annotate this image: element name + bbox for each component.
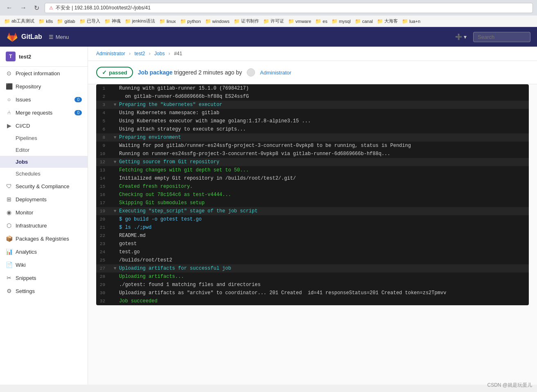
repository-icon: ⬛: [6, 83, 12, 90]
bookmark-gitlab[interactable]: 📁 gitlab: [57, 18, 75, 24]
bookmark-imported[interactable]: 📁 已导入: [79, 18, 100, 24]
breadcrumb-administrator[interactable]: Administrator: [96, 51, 125, 56]
expand-toggle[interactable]: ▼: [111, 158, 119, 166]
line-content: Running with gitlab-runner 15.1.0 (76984…: [119, 85, 529, 92]
breadcrumb-project[interactable]: test2: [134, 51, 145, 56]
line-number: 3: [96, 101, 111, 108]
log-line: 20$ go build -o gotest test.go: [96, 215, 529, 223]
infrastructure-icon: ⬡: [6, 222, 12, 229]
sidebar-item-cicd[interactable]: ▶ CI/CD: [0, 119, 88, 132]
bookmark-jenkins[interactable]: 📁 jenkins语法: [125, 18, 155, 24]
sidebar-item-issues[interactable]: ○ Issues 0: [0, 93, 88, 106]
line-number: 19: [96, 207, 111, 215]
sidebar-item-project-information[interactable]: ⊙ Project information: [0, 67, 88, 80]
sidebar-item-repository[interactable]: ⬛ Repository: [0, 80, 88, 93]
log-line: 32Job succeeded: [96, 297, 529, 305]
line-content: Running on runner-es24ssfg-project-3-con…: [119, 150, 529, 158]
gitlab-logo[interactable]: GitLab: [7, 31, 42, 43]
bookmark-python[interactable]: 📁 python: [180, 18, 201, 24]
line-content: $ go build -o gotest test.go: [119, 216, 529, 223]
sidebar-item-infrastructure[interactable]: ⬡ Infrastructure: [0, 219, 88, 232]
forward-button[interactable]: →: [18, 3, 29, 12]
line-number: 10: [96, 150, 111, 158]
bookmark-es[interactable]: 📁 es: [315, 18, 327, 24]
log-line: 10Running on runner-es24ssfg-project-3-c…: [96, 150, 529, 158]
line-number: 23: [96, 240, 111, 248]
bookmark-vmware[interactable]: 📁 vmware: [288, 18, 311, 24]
line-content: Uploading artifacts...: [119, 273, 529, 280]
monitor-icon: ◉: [6, 209, 12, 216]
log-line: 23gotest: [96, 240, 529, 248]
sidebar-sub-pipelines[interactable]: Pipelines: [0, 132, 88, 144]
job-trigger-text: triggered 2 minutes ago by: [174, 69, 242, 76]
bookmark-cert[interactable]: 📁 证书制作: [234, 18, 259, 24]
menu-button[interactable]: ☰ Menu: [49, 34, 69, 40]
log-line: 25/builds/root/test2: [96, 256, 529, 264]
sidebar-item-analytics[interactable]: 📊 Analytics: [0, 245, 88, 258]
line-content: test.go: [119, 248, 529, 256]
gitlab-logo-text: GitLab: [21, 33, 42, 41]
breadcrumb-jobs[interactable]: Jobs: [154, 51, 165, 56]
log-line: 14Initialized empty Git repository in /b…: [96, 174, 529, 182]
address-bar[interactable]: ⚠ 不安全 | 192.168.10.100/root/test2/-/jobs…: [45, 3, 533, 13]
analytics-icon: 📊: [6, 248, 12, 255]
log-line: 13Fetching changes with git depth set to…: [96, 166, 529, 174]
gitlab-fox-icon: [7, 31, 18, 43]
sidebar-item-deployments[interactable]: ⊞ Deployments: [0, 193, 88, 206]
line-content: Preparing environment: [119, 134, 529, 141]
sidebar-sub-schedules[interactable]: Schedules: [0, 168, 88, 180]
sidebar-sub-jobs[interactable]: Jobs: [0, 156, 88, 168]
sidebar-item-settings[interactable]: ⚙ Settings: [0, 284, 88, 297]
sidebar-item-monitor[interactable]: ◉ Monitor: [0, 206, 88, 219]
line-number: 29: [96, 281, 111, 288]
refresh-button[interactable]: ↻: [32, 3, 41, 13]
line-number: 28: [96, 273, 111, 280]
log-line: 30Uploading artifacts as "archive" to co…: [96, 289, 529, 297]
bookmark-license[interactable]: 📁 许可证: [263, 18, 284, 24]
url-text: 不安全 | 192.168.10.100/root/test2/-/jobs/4…: [56, 5, 151, 11]
gitlab-navbar: GitLab ☰ Menu ➕ ▾: [0, 27, 537, 47]
line-number: 14: [96, 175, 111, 182]
bookmark-windows[interactable]: 📁 windows: [205, 18, 230, 24]
sidebar-item-snippets[interactable]: ✂ Snippets: [0, 271, 88, 284]
sidebar-item-packages[interactable]: 📦 Packages & Registries: [0, 232, 88, 245]
sidebar-sub-editor[interactable]: Editor: [0, 144, 88, 156]
line-number: 8: [96, 134, 111, 141]
line-number: 25: [96, 257, 111, 264]
line-number: 16: [96, 191, 111, 198]
line-number: 2: [96, 93, 111, 100]
search-input[interactable]: [473, 32, 530, 42]
expand-toggle[interactable]: ▼: [111, 101, 119, 108]
bookmark-mysql[interactable]: 📁 mysql: [332, 18, 351, 24]
sidebar-item-security-compliance[interactable]: 🛡 Security & Compliance: [0, 180, 88, 193]
line-number: 24: [96, 248, 111, 256]
line-content: Using attach strategy to execute scripts…: [119, 126, 529, 133]
breadcrumb-sep-2: ›: [149, 51, 151, 56]
sidebar: T test2 ⊙ Project information ⬛ Reposito…: [0, 47, 88, 385]
deployments-icon: ⊞: [6, 196, 12, 203]
bookmark-k8s[interactable]: 📁 k8s: [38, 18, 53, 24]
cicd-icon: ▶: [6, 122, 12, 129]
bookmark-dahaike[interactable]: 📁 大海客: [377, 18, 398, 24]
bookmark-ab[interactable]: 📁 ab工具测试: [4, 18, 34, 24]
back-button[interactable]: ←: [4, 3, 15, 12]
bookmarks-bar: 📁 ab工具测试 📁 k8s 📁 gitlab 📁 已导入 📁 神魂 📁 jen…: [0, 16, 537, 27]
bookmark-canal[interactable]: 📁 canal: [355, 18, 373, 24]
bookmark-linux[interactable]: 📁 linux: [159, 18, 176, 24]
job-header-description: Job package triggered 2 minutes ago by: [138, 69, 242, 76]
new-item-button[interactable]: ➕ ▾: [452, 32, 470, 42]
log-line: 27▼Uploading artifacts for successful jo…: [96, 264, 529, 273]
expand-toggle[interactable]: ▼: [111, 265, 119, 272]
line-content: Executing "step_script" stage of the job…: [119, 207, 529, 215]
bookmark-shenhun[interactable]: 📁 神魂: [104, 18, 121, 24]
log-line: 5Using Kubernetes executor with image go…: [96, 117, 529, 125]
job-name: package: [150, 69, 174, 76]
line-content: gotest: [119, 240, 529, 248]
sidebar-item-wiki[interactable]: 📄 Wiki: [0, 258, 88, 271]
bookmark-lua[interactable]: 📁 lua+n: [402, 18, 420, 24]
expand-toggle[interactable]: ▼: [111, 134, 119, 141]
line-content: Using Kubernetes namespace: gitlab: [119, 109, 529, 117]
expand-toggle[interactable]: ▼: [111, 207, 119, 215]
sidebar-item-merge-requests[interactable]: ⑃ Merge requests 0: [0, 106, 88, 119]
line-content: Getting source from Git repository: [119, 158, 529, 166]
